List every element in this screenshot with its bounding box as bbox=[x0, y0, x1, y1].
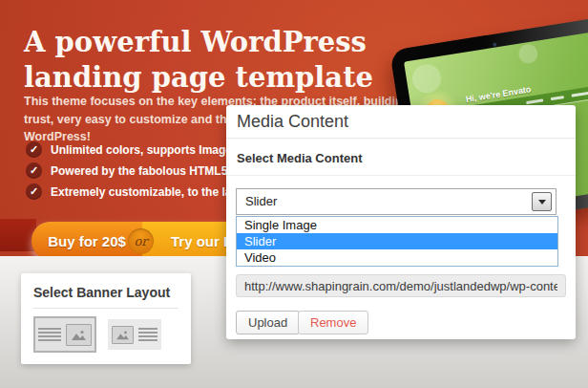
divider bbox=[226, 175, 576, 176]
check-icon: ✓ bbox=[26, 141, 42, 158]
page-title-line2: landing page template bbox=[24, 60, 373, 96]
dropdown-option-slider[interactable]: Slider bbox=[237, 233, 557, 249]
tablet-camera-icon bbox=[493, 42, 497, 47]
divider bbox=[33, 308, 178, 309]
text-lines-icon bbox=[38, 328, 61, 341]
ribbon-band bbox=[0, 219, 36, 251]
page: A powerful WordPress landing page templa… bbox=[0, 0, 588, 388]
layout-option-image-text[interactable] bbox=[108, 319, 161, 350]
buy-button[interactable]: Buy for 20$ bbox=[32, 222, 142, 260]
media-content-dialog: Media Content Select Media Content Slide… bbox=[226, 105, 576, 339]
divider bbox=[226, 138, 576, 140]
dropdown-arrow-button[interactable] bbox=[532, 192, 552, 211]
media-content-select[interactable]: Slider bbox=[236, 188, 556, 215]
or-badge: or bbox=[128, 228, 154, 254]
image-icon bbox=[66, 324, 92, 346]
navbar-item bbox=[551, 96, 564, 100]
banner-layout-panel: Select Banner Layout bbox=[21, 273, 191, 364]
image-icon bbox=[112, 326, 134, 344]
banner-layout-options bbox=[33, 316, 161, 353]
page-title: A powerful WordPress landing page templa… bbox=[24, 25, 373, 96]
text-lines-icon bbox=[138, 328, 158, 341]
layout-option-text-image[interactable] bbox=[33, 316, 96, 353]
dialog-title: Media Content bbox=[237, 112, 348, 132]
check-icon: ✓ bbox=[26, 162, 42, 179]
upload-button[interactable]: Upload bbox=[236, 311, 300, 334]
media-url-field[interactable] bbox=[236, 274, 566, 297]
selected-value: Slider bbox=[245, 189, 277, 214]
dropdown-option-video[interactable]: Video bbox=[237, 249, 557, 266]
remove-button[interactable]: Remove bbox=[298, 311, 368, 334]
dropdown-option-single-image[interactable]: Single Image bbox=[237, 217, 557, 233]
page-title-line1: A powerful WordPress bbox=[24, 25, 373, 60]
navbar-item bbox=[572, 92, 588, 97]
dropdown-list: Single Image Slider Video bbox=[236, 216, 558, 267]
select-media-label: Select Media Content bbox=[237, 151, 362, 165]
navbar-item bbox=[526, 98, 543, 104]
bokeh-circle bbox=[517, 43, 539, 65]
check-icon: ✓ bbox=[26, 183, 42, 200]
banner-layout-title: Select Banner Layout bbox=[33, 285, 170, 300]
chevron-down-icon bbox=[538, 200, 546, 205]
